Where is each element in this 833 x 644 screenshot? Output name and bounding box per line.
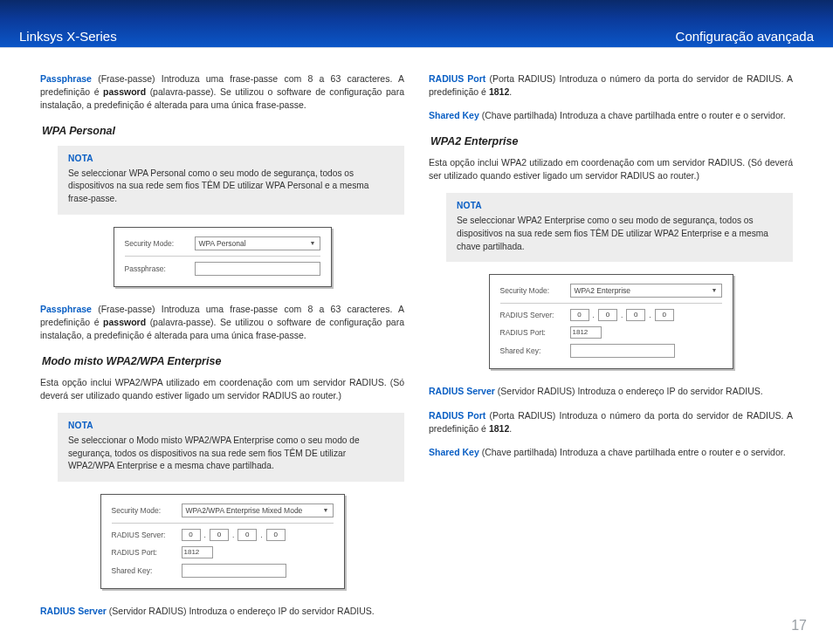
- row-radius-port: RADIUS Port: 1812: [112, 546, 334, 558]
- label-security-mode: Security Mode:: [500, 285, 570, 296]
- ip-octet-input[interactable]: 0: [570, 309, 589, 321]
- text: (Chave partilhada) Introduza a chave par…: [479, 447, 786, 457]
- label-security-mode: Security Mode:: [125, 238, 195, 249]
- label-security-mode: Security Mode:: [112, 505, 182, 516]
- ip-octet-input[interactable]: 0: [626, 309, 645, 321]
- text: .: [509, 86, 512, 97]
- chevron-down-icon: ▼: [310, 239, 316, 248]
- columns: Passphrase (Frase-passe) Introduza uma f…: [0, 48, 833, 628]
- label-radius-server: RADIUS Server:: [500, 310, 570, 320]
- text: (Chave partilhada) Introduza a chave par…: [479, 110, 786, 120]
- ip-octet-input[interactable]: 0: [266, 529, 286, 541]
- radius-port-para: RADIUS Port (Porta RADIUS) Introduza o n…: [429, 409, 793, 435]
- shared-key-input[interactable]: [570, 344, 675, 358]
- term-shared-key: Shared Key: [429, 447, 479, 457]
- term-radius-port: RADIUS Port: [429, 410, 485, 421]
- label-radius-server: RADIUS Server:: [112, 530, 182, 540]
- row-radius-server: RADIUS Server: 0. 0. 0. 0: [112, 529, 334, 541]
- term-passphrase: Passphrase: [40, 304, 92, 314]
- ip-octet-input[interactable]: 0: [182, 529, 201, 541]
- note-title: NOTA: [457, 200, 782, 213]
- passphrase-para-2: Passphrase (Frase-passe) Introduza uma f…: [40, 303, 404, 343]
- page-number: 17: [791, 618, 807, 634]
- dot: .: [232, 530, 234, 540]
- chevron-down-icon: ▼: [323, 506, 329, 515]
- dot: .: [649, 310, 651, 320]
- term-radius-port: RADIUS Port: [429, 73, 485, 84]
- note-text: Se seleccionar o Modo misto WPA2/WPA Ent…: [68, 435, 360, 471]
- dropdown-security-mode[interactable]: WPA2/WPA Enterprise Mixed Mode▼: [182, 504, 334, 517]
- text: .: [509, 423, 512, 434]
- ip-input-group: 0. 0. 0. 0: [570, 309, 674, 321]
- row-radius-port: RADIUS Port: 1812: [500, 326, 722, 339]
- row-security-mode: Security Mode: WPA2/WPA Enterprise Mixed…: [112, 504, 334, 517]
- divider: [500, 303, 722, 304]
- row-security-mode: Security Mode: WPA Personal▼: [125, 236, 320, 250]
- radius-server-para: RADIUS Server (Servidor RADIUS) Introduz…: [429, 385, 793, 398]
- passphrase-para-1: Passphrase (Frase-passe) Introduza uma f…: [40, 72, 404, 113]
- divider: [125, 256, 320, 257]
- dropdown-value: WPA2 Enterprise: [575, 285, 631, 296]
- passphrase-input[interactable]: [195, 262, 320, 276]
- page: Linksys X-Series Configuração avançada P…: [0, 0, 833, 644]
- heading-wpa2-wpa-enterprise: Modo misto WPA2/WPA Enterprise: [42, 353, 404, 369]
- dot: .: [593, 310, 595, 320]
- label-shared-key: Shared Key:: [112, 565, 182, 576]
- dot: .: [621, 310, 623, 320]
- radius-port-para: RADIUS Port (Porta RADIUS) Introduza o n…: [429, 72, 793, 99]
- bold-password: password: [103, 86, 146, 97]
- port-input[interactable]: 1812: [182, 546, 213, 558]
- dot: .: [204, 530, 206, 540]
- header-left: Linksys X-Series: [19, 29, 117, 44]
- row-shared-key: Shared Key:: [500, 344, 722, 358]
- note-title: NOTA: [68, 153, 394, 166]
- label-passphrase: Passphrase:: [125, 264, 195, 274]
- divider: [112, 523, 334, 524]
- term-radius-server: RADIUS Server: [429, 386, 495, 396]
- bold-1812: 1812: [489, 86, 509, 97]
- screenshot-mixed-enterprise: Security Mode: WPA2/WPA Enterprise Mixed…: [100, 494, 345, 589]
- dropdown-value: WPA Personal: [199, 238, 246, 249]
- term-shared-key: Shared Key: [429, 110, 479, 120]
- term-radius-server: RADIUS Server: [40, 606, 107, 616]
- dropdown-security-mode[interactable]: WPA Personal▼: [195, 236, 320, 250]
- shared-key-para: Shared Key (Chave partilhada) Introduza …: [429, 446, 793, 459]
- shared-key-para: Shared Key (Chave partilhada) Introduza …: [429, 109, 793, 122]
- note-box: NOTA Se seleccionar WPA2 Enterprise como…: [446, 193, 793, 262]
- row-shared-key: Shared Key:: [112, 564, 334, 578]
- ip-octet-input[interactable]: 0: [598, 309, 617, 321]
- row-radius-server: RADIUS Server: 0. 0. 0. 0: [500, 309, 722, 321]
- term-passphrase: Passphrase: [40, 73, 92, 84]
- screenshot-wpa2-enterprise: Security Mode: WPA2 Enterprise▼ RADIUS S…: [489, 274, 733, 369]
- note-box: NOTA Se seleccionar o Modo misto WPA2/WP…: [58, 413, 404, 482]
- bold-password: password: [103, 317, 146, 327]
- heading-wpa2-enterprise: WPA2 Enterprise: [430, 134, 793, 149]
- port-input[interactable]: 1812: [570, 326, 602, 339]
- ip-input-group: 0. 0. 0. 0: [182, 529, 286, 541]
- header-bar: Linksys X-Series Configuração avançada: [0, 0, 833, 47]
- bold-1812: 1812: [489, 423, 509, 434]
- note-title: NOTA: [68, 420, 394, 433]
- ip-octet-input[interactable]: 0: [238, 529, 257, 541]
- wpa2-enterprise-intro: Esta opção inclui WPA2 utilizado em coor…: [429, 156, 793, 182]
- note-text: Se seleccionar WPA Personal como o seu m…: [68, 168, 368, 204]
- row-security-mode: Security Mode: WPA2 Enterprise▼: [500, 284, 722, 298]
- shared-key-input[interactable]: [182, 564, 286, 578]
- ip-octet-input[interactable]: 0: [210, 529, 229, 541]
- chevron-down-icon: ▼: [712, 286, 718, 295]
- note-box: NOTA Se seleccionar WPA Personal como o …: [58, 146, 404, 215]
- header-right: Configuração avançada: [676, 29, 814, 44]
- note-text: Se seleccionar WPA2 Enterprise como o se…: [457, 216, 768, 251]
- label-radius-port: RADIUS Port:: [112, 547, 182, 558]
- dropdown-security-mode[interactable]: WPA2 Enterprise▼: [570, 284, 722, 298]
- screenshot-wpa-personal: Security Mode: WPA Personal▼ Passphrase:: [114, 227, 332, 287]
- ip-octet-input[interactable]: 0: [655, 309, 674, 321]
- text: (Servidor RADIUS) Introduza o endereço I…: [495, 386, 763, 396]
- text: (Servidor RADIUS) Introduza o endereço I…: [107, 606, 375, 616]
- radius-server-para: RADIUS Server (Servidor RADIUS) Introduz…: [40, 605, 404, 618]
- left-column: Passphrase (Frase-passe) Introduza uma f…: [40, 72, 404, 628]
- row-passphrase: Passphrase:: [125, 262, 320, 276]
- right-column: RADIUS Port (Porta RADIUS) Introduza o n…: [429, 72, 793, 628]
- mixed-enterprise-intro: Esta opção inclui WPA2/WPA utilizado em …: [40, 376, 404, 402]
- label-radius-port: RADIUS Port:: [500, 327, 570, 338]
